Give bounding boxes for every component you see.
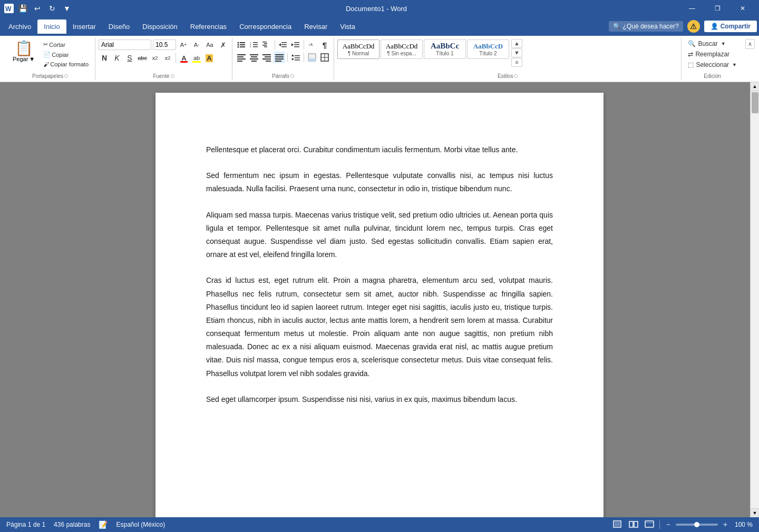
copy-icon: 📄 bbox=[43, 51, 51, 58]
menu-referencias[interactable]: Referencias bbox=[184, 19, 233, 34]
svg-rect-15 bbox=[264, 43, 267, 44]
buscar-button[interactable]: 🔍 Buscar ▼ bbox=[685, 39, 740, 48]
zoom-out-button[interactable]: － bbox=[664, 520, 673, 529]
ribbon-collapse-button[interactable]: ∧ bbox=[745, 39, 755, 49]
restore-button[interactable]: ❐ bbox=[705, 0, 729, 17]
show-marks-button[interactable]: ¶ bbox=[319, 39, 330, 51]
parrafo-row1: 1.2.3. ↕A ¶ bbox=[236, 39, 330, 51]
print-layout-button[interactable] bbox=[612, 519, 624, 530]
menu-inicio[interactable]: Inicio bbox=[37, 19, 66, 34]
strikethrough-button[interactable]: abc bbox=[137, 52, 148, 64]
styles-scroll-down[interactable]: ▼ bbox=[511, 48, 522, 57]
par-divider4 bbox=[304, 53, 304, 62]
save-button[interactable]: 💾 bbox=[17, 3, 28, 14]
svg-rect-32 bbox=[251, 56, 257, 57]
styles-expand[interactable]: ≡ bbox=[511, 58, 522, 67]
font-name-input[interactable] bbox=[99, 40, 151, 50]
document-page[interactable]: Pellentesque et placerat orci. Curabitur… bbox=[155, 93, 604, 517]
svg-point-2 bbox=[238, 42, 239, 44]
buscar-arrow: ▼ bbox=[721, 41, 726, 46]
underline-button[interactable]: S bbox=[124, 52, 135, 64]
pegar-icon: 📋 bbox=[15, 41, 33, 56]
portapapeles-expand[interactable]: ⬡ bbox=[64, 74, 68, 78]
subscript-button[interactable]: x2 bbox=[149, 52, 161, 64]
scrollbar-vertical: ▲ ▼ bbox=[750, 82, 759, 517]
parrafo-row2 bbox=[236, 52, 330, 63]
style-titulo2[interactable]: AaBbCcD Título 2 bbox=[467, 40, 509, 59]
align-justify-button[interactable] bbox=[274, 52, 285, 63]
copiar-button[interactable]: 📄 Copiar bbox=[41, 50, 91, 59]
menu-disposicion[interactable]: Disposición bbox=[136, 19, 183, 34]
estilos-expand[interactable]: ⬡ bbox=[514, 74, 518, 78]
grow-font-button[interactable]: A+ bbox=[178, 39, 189, 51]
styles-scroll-up[interactable]: ▲ bbox=[511, 39, 522, 48]
close-button[interactable]: ✕ bbox=[731, 0, 755, 17]
bullets-button[interactable] bbox=[236, 39, 247, 51]
style-titulo2-preview: AaBbCcD bbox=[472, 42, 504, 51]
menu-insertar[interactable]: Insertar bbox=[66, 19, 102, 34]
word-icon: W bbox=[4, 4, 14, 13]
select-icon: ⬚ bbox=[688, 61, 694, 68]
menu-revisar[interactable]: Revisar bbox=[298, 19, 334, 34]
scroll-down-button[interactable]: ▼ bbox=[751, 508, 760, 517]
cortar-button[interactable]: ✂ Cortar bbox=[41, 40, 91, 49]
superscript-button[interactable]: x2 bbox=[162, 52, 173, 64]
zoom-in-button[interactable]: ＋ bbox=[721, 520, 729, 529]
web-layout-button[interactable] bbox=[644, 519, 655, 530]
minimize-button[interactable]: — bbox=[680, 0, 704, 17]
line-spacing-button[interactable] bbox=[290, 52, 301, 63]
parrafo-expand[interactable]: ⬡ bbox=[290, 74, 294, 78]
shading-button[interactable] bbox=[306, 52, 318, 63]
style-sin-espacio[interactable]: AaBbCcDd ¶ Sin espa... bbox=[381, 40, 423, 59]
align-left-button[interactable] bbox=[236, 52, 247, 63]
seleccionar-button[interactable]: ⬚ Seleccionar ▼ bbox=[685, 60, 740, 70]
style-normal[interactable]: AaBbCcDd ¶ Normal bbox=[337, 40, 380, 59]
zoom-bar: － ＋ 100 % bbox=[664, 520, 753, 529]
undo-button[interactable]: ↩ bbox=[32, 3, 43, 14]
svg-rect-9 bbox=[253, 42, 258, 43]
more-qa-button[interactable]: ▼ bbox=[61, 3, 73, 14]
redo-button[interactable]: ↻ bbox=[46, 3, 58, 14]
clear-format-button[interactable]: ✗ bbox=[217, 39, 229, 51]
menu-archivo[interactable]: Archivo bbox=[2, 19, 37, 34]
copiar-formato-button[interactable]: 🖌 Copiar formato bbox=[41, 60, 91, 68]
decrease-indent-button[interactable] bbox=[277, 39, 289, 51]
reemplazar-button[interactable]: ⇄ Reemplazar bbox=[685, 50, 740, 59]
italic-button[interactable]: K bbox=[111, 52, 123, 64]
borders-button[interactable] bbox=[319, 52, 330, 63]
align-right-button[interactable] bbox=[261, 52, 273, 63]
align-center-button[interactable] bbox=[248, 52, 260, 63]
svg-point-4 bbox=[238, 44, 239, 46]
menu-diseno[interactable]: Diseño bbox=[102, 19, 136, 34]
search-box[interactable]: 🔍 ¿Qué desea hacer? bbox=[609, 21, 683, 32]
char-shade-button[interactable]: A bbox=[203, 52, 215, 64]
case-button[interactable]: Aa bbox=[204, 39, 216, 51]
language-icon: 📝 bbox=[99, 520, 108, 529]
svg-rect-13 bbox=[253, 46, 258, 47]
document-container[interactable]: Pellentesque et placerat orci. Curabitur… bbox=[0, 82, 759, 517]
svg-rect-37 bbox=[262, 58, 271, 60]
scroll-thumb[interactable] bbox=[752, 92, 758, 113]
menu-correspondencia[interactable]: Correspondencia bbox=[233, 19, 298, 34]
paragraph-5: Sed eget ullamcorper ipsum. Suspendisse … bbox=[206, 393, 553, 406]
numbered-button[interactable]: 1.2.3. bbox=[248, 39, 260, 51]
menu-vista[interactable]: Vista bbox=[334, 19, 362, 34]
svg-rect-17 bbox=[264, 46, 267, 47]
font-size-input[interactable] bbox=[153, 40, 176, 50]
pegar-button[interactable]: 📋 Pegar▼ bbox=[8, 39, 39, 70]
status-right: － ＋ 100 % bbox=[612, 519, 753, 530]
font-color-button[interactable]: A bbox=[178, 52, 190, 64]
fuente-expand[interactable]: ⬡ bbox=[171, 74, 174, 78]
zoom-slider[interactable] bbox=[676, 524, 718, 526]
style-titulo1[interactable]: AaBbCc Título 1 bbox=[424, 39, 466, 59]
share-button[interactable]: 👤 Compartir bbox=[704, 21, 757, 32]
reading-mode-button[interactable] bbox=[628, 519, 639, 530]
par-divider3 bbox=[287, 53, 288, 62]
bold-button[interactable]: N bbox=[99, 52, 110, 64]
scroll-up-button[interactable]: ▲ bbox=[751, 82, 760, 91]
increase-indent-button[interactable] bbox=[290, 39, 301, 51]
highlight-button[interactable]: ab bbox=[191, 52, 202, 64]
multilevel-button[interactable] bbox=[261, 39, 273, 51]
sort-button[interactable]: ↕A bbox=[306, 39, 318, 51]
shrink-font-button[interactable]: A- bbox=[191, 39, 202, 51]
